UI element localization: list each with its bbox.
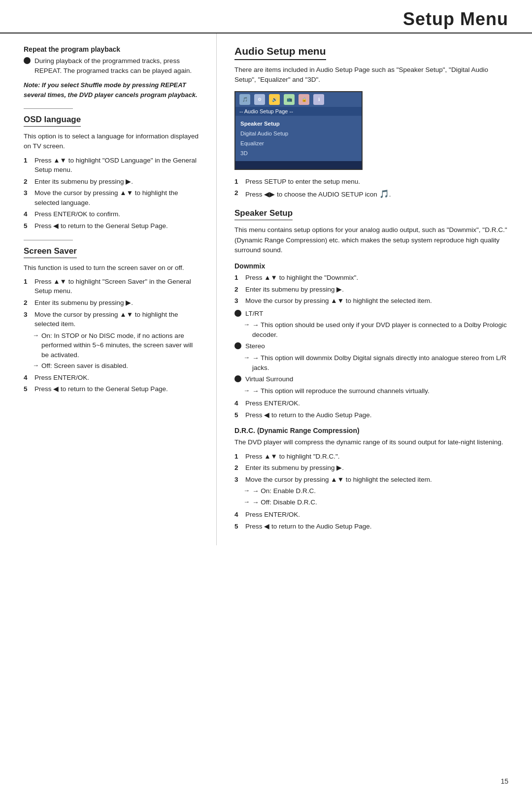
bullet-dot-stereo <box>234 342 241 349</box>
dm-step-3: 3Move the cursor by pressing ▲▼ to highl… <box>234 296 508 306</box>
img-icon-1: 🎵 <box>239 94 250 105</box>
osd-step-1: 1Press ▲▼ to highlight "OSD Language" in… <box>24 156 200 175</box>
img-menu-area: Speaker Setup Digital Audio Setup Equali… <box>235 116 362 161</box>
ss-arrow-1-text: On: In STOP or No DISC mode, if no actio… <box>41 331 200 360</box>
page-title: Setup Menu <box>0 9 508 30</box>
drc-step-4: 4Press ENTER/OK. <box>234 510 508 520</box>
downmix-heading: Downmix <box>234 262 508 270</box>
audio-setup-screenshot: 🎵 ⚙ 🔊 📺 🔒 ℹ -- Audio Setup Page -- Speak… <box>234 91 363 170</box>
repeat-section: Repeat the program playback During playb… <box>24 45 200 100</box>
arrow-icon-1: → <box>33 331 39 340</box>
ltrt-bullet: LT/RT <box>234 309 508 319</box>
ltrt-arrow: → → This option should be used only if y… <box>243 320 508 339</box>
screen-saver-steps: 1Press ▲▼ to highlight "Screen Saver" in… <box>24 277 200 329</box>
drc-step-2: 2Enter its submenu by pressing ▶. <box>234 463 508 473</box>
img-icon-2: ⚙ <box>254 94 265 105</box>
img-icon-3: 🔊 <box>269 94 280 105</box>
drc-steps2: 4Press ENTER/OK. 5Press ◀ to return to t… <box>234 510 508 531</box>
ss-step-4: 4Press ENTER/OK. <box>24 373 200 383</box>
drc-para: The DVD player will compress the dynamic… <box>234 437 508 447</box>
ss-step-3: 3Move the cursor by pressing ▲▼ to highl… <box>24 310 200 329</box>
dm-step-2: 2Enter its submenu by pressing ▶. <box>234 285 508 295</box>
osd-step-4: 4Press ENTER/OK to confirm. <box>24 209 200 219</box>
drc-arrow-off-text: → Off: Disable D.R.C. <box>252 498 317 507</box>
screen-saver-section: Screen Saver This function is used to tu… <box>24 240 200 394</box>
arrow-icon-stereo: → <box>243 353 250 363</box>
screen-saver-steps2: 4Press ENTER/OK. 5Press ◀ to return to t… <box>24 373 200 394</box>
dm-step-5: 5Press ◀ to return to the Audio Setup Pa… <box>234 410 508 420</box>
img-title-text: -- Audio Setup Page -- <box>239 108 293 114</box>
img-icon-4: 📺 <box>284 94 295 105</box>
drc-heading: D.R.C. (Dynamic Range Compression) <box>234 427 508 434</box>
screen-saver-title: Screen Saver <box>24 246 77 258</box>
dm-step-1: 1Press ▲▼ to highlight the "Downmix". <box>234 273 508 283</box>
ss-step-2: 2Enter its submenu by pressing ▶. <box>24 298 200 308</box>
vs-arrow-text: → This option will reproduce the surroun… <box>252 386 430 396</box>
stereo-arrow-text: → This option will downmix Dolby Digital… <box>252 353 508 372</box>
page-header: Setup Menu <box>0 0 532 33</box>
drc-steps: 1Press ▲▼ to highlight "D.R.C.". 2Enter … <box>234 452 508 485</box>
drc-step-1: 1Press ▲▼ to highlight "D.R.C.". <box>234 452 508 462</box>
content-area: Repeat the program playback During playb… <box>0 33 532 545</box>
divider <box>24 108 73 109</box>
speaker-setup-title: Speaker Setup <box>234 208 293 220</box>
repeat-note: Note: If you select Shuffle mode by pres… <box>24 80 200 100</box>
screen-saver-para: This function is used to turn the screen… <box>24 263 200 273</box>
img-menu-item-1: Speaker Setup <box>240 119 357 129</box>
ss-arrow-2-text: Off: Screen saver is disabled. <box>41 361 128 371</box>
speaker-setup-para: This menu contains setup options for you… <box>234 225 508 255</box>
stereo-arrow: → → This option will downmix Dolby Digit… <box>243 353 508 372</box>
drc-arrow-off: → → Off: Disable D.R.C. <box>243 498 508 507</box>
audio-setup-steps: 1Press SETUP to enter the setup menu. 2P… <box>234 177 508 200</box>
audio-step-1: 1Press SETUP to enter the setup menu. <box>234 177 508 187</box>
arrow-icon-drc-off: → <box>243 498 250 507</box>
downmix-steps: 1Press ▲▼ to highlight the "Downmix". 2E… <box>234 273 508 306</box>
audio-step-2: 2Press ◀▶ to choose the AUDIO SETUP icon… <box>234 188 508 199</box>
img-title-bar: -- Audio Setup Page -- <box>235 107 362 116</box>
arrow-icon-ltrt: → <box>243 320 250 330</box>
img-icon-5: 🔒 <box>299 94 309 105</box>
audio-setup-para: There are items included in Audio Setup … <box>234 65 508 85</box>
repeat-heading: Repeat the program playback <box>24 45 200 53</box>
dm-step-4: 4Press ENTER/OK. <box>234 398 508 408</box>
osd-para: This option is to select a language for … <box>24 132 200 152</box>
bullet-dot-vs <box>234 375 241 382</box>
arrow-icon-vs: → <box>243 386 250 396</box>
ltrt-label: LT/RT <box>245 309 508 319</box>
ss-arrow-1: → On: In STOP or No DISC mode, if no act… <box>33 331 200 360</box>
speaker-setup-section: Speaker Setup This menu contains setup o… <box>234 208 508 531</box>
repeat-bullet: During playback of the programmed tracks… <box>24 56 200 75</box>
audio-setup-title: Audio Setup menu <box>234 45 326 60</box>
vs-arrow: → → This option will reproduce the surro… <box>243 386 508 396</box>
ss-arrow-2: → Off: Screen saver is disabled. <box>33 361 200 371</box>
page-number: 15 <box>500 777 508 785</box>
drc-step-3: 3Move the cursor by pressing ▲▼ to highl… <box>234 475 508 485</box>
bullet-dot-icon <box>24 57 31 64</box>
img-menu-item-3: Equalizer <box>240 138 357 148</box>
ltrt-arrow-text: → This option should be used only if you… <box>252 320 508 339</box>
downmix-steps2: 4Press ENTER/OK. 5Press ◀ to return to t… <box>234 398 508 420</box>
osd-step-5: 5Press ◀ to return to the General Setup … <box>24 221 200 231</box>
left-column: Repeat the program playback During playb… <box>0 33 217 545</box>
virtual-surround-bullet: Virtual Surround <box>234 374 508 384</box>
repeat-bullet-text: During playback of the programmed tracks… <box>34 56 200 75</box>
osd-section: OSD language This option is to select a … <box>24 108 200 231</box>
drc-arrow-on-text: → On: Enable D.R.C. <box>252 486 316 496</box>
img-menu-item-4: 3D <box>240 148 357 158</box>
right-column: Audio Setup menu There are items include… <box>217 33 532 545</box>
drc-step-5: 5Press ◀ to return to the Audio Setup Pa… <box>234 522 508 531</box>
img-icons-bar: 🎵 ⚙ 🔊 📺 🔒 ℹ <box>235 92 362 107</box>
drc-arrow-on: → → On: Enable D.R.C. <box>243 486 508 496</box>
img-menu-item-2: Digital Audio Setup <box>240 129 357 138</box>
osd-title: OSD language <box>24 115 81 127</box>
osd-step-2: 2Enter its submenu by pressing ▶. <box>24 177 200 187</box>
arrow-icon-drc-on: → <box>243 486 250 496</box>
arrow-icon-2: → <box>33 361 39 370</box>
img-icon-6: ℹ <box>313 94 324 105</box>
audio-setup-section: Audio Setup menu There are items include… <box>234 45 508 199</box>
bullet-dot-ltrt <box>234 310 241 317</box>
stereo-bullet: Stereo <box>234 341 508 351</box>
stereo-label: Stereo <box>245 341 508 351</box>
divider-2 <box>24 240 73 240</box>
osd-steps: 1Press ▲▼ to highlight "OSD Language" in… <box>24 156 200 231</box>
